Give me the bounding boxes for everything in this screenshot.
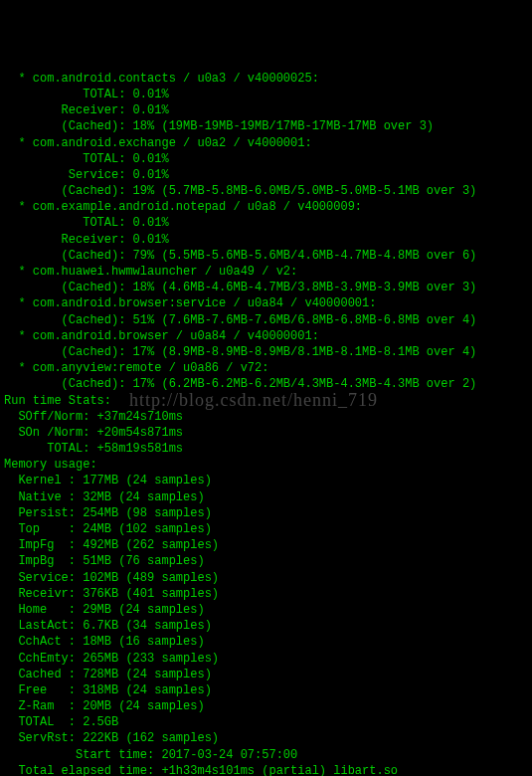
process-header: * com.android.exchange / u0a2 / v4000001… (4, 135, 528, 151)
memory-line: Persist: 254MB (98 samples) (4, 505, 528, 521)
process-stat-line: TOTAL: 0.01% (4, 87, 528, 102)
memory-line: ServRst: 222KB (162 samples) (4, 730, 528, 746)
terminal-output: * com.android.contacts / u0a3 / v4000002… (4, 71, 528, 776)
process-header: * com.example.android.notepad / u0a8 / v… (4, 199, 528, 215)
memory-line: Kernel : 177MB (24 samples) (4, 473, 528, 488)
process-header: * com.android.contacts / u0a3 / v4000002… (4, 71, 528, 87)
memory-line: Free : 318MB (24 samples) (4, 682, 528, 698)
process-stat-line: (Cached): 19% (5.7MB-5.8MB-6.0MB/5.0MB-5… (4, 183, 528, 199)
memory-line: ImpBg : 51MB (76 samples) (4, 553, 528, 569)
memory-line: CchAct : 18MB (16 samples) (4, 634, 528, 650)
memory-line: Receivr: 376KB (401 samples) (4, 586, 528, 602)
memory-line: Cached : 728MB (24 samples) (4, 667, 528, 682)
runtime-line: TOTAL: +58m19s581ms (4, 441, 528, 457)
process-stat-line: Service: 0.01% (4, 167, 528, 183)
process-header: * com.android.browser:service / u0a84 / … (4, 295, 528, 311)
memory-title: Memory usage: (4, 457, 528, 473)
process-stat-line: (Cached): 18% (19MB-19MB-19MB/17MB-17MB-… (4, 118, 528, 134)
process-stat-line: TOTAL: 0.01% (4, 151, 528, 167)
process-stat-line: (Cached): 17% (8.9MB-8.9MB-8.9MB/8.1MB-8… (4, 344, 528, 360)
runtime-line: SOn /Norm: +20m54s871ms (4, 425, 528, 441)
start-time-line: Start time: 2017-03-24 07:57:00 (4, 747, 528, 763)
memory-line: Top : 24MB (102 samples) (4, 521, 528, 537)
process-stat-line: Receiver: 0.01% (4, 102, 528, 118)
process-header: * com.android.browser / u0a84 / v4000000… (4, 328, 528, 344)
process-stat-line: (Cached): 79% (5.5MB-5.6MB-5.6MB/4.6MB-4… (4, 248, 528, 264)
runtime-title: Run time Stats: (4, 393, 528, 409)
memory-line: Service: 102MB (489 samples) (4, 570, 528, 586)
process-header: * com.huawei.hwmwlauncher / u0a49 / v2: (4, 264, 528, 280)
process-stat-line: TOTAL: 0.01% (4, 215, 528, 231)
memory-line: ImpFg : 492MB (262 samples) (4, 537, 528, 553)
process-stat-line: (Cached): 18% (4.6MB-4.6MB-4.7MB/3.8MB-3… (4, 280, 528, 295)
memory-line: LastAct: 6.7KB (34 samples) (4, 618, 528, 634)
memory-line: CchEmty: 265MB (233 samples) (4, 651, 528, 667)
process-stat-line: Receiver: 0.01% (4, 232, 528, 248)
process-stat-line: (Cached): 17% (6.2MB-6.2MB-6.2MB/4.3MB-4… (4, 376, 528, 392)
memory-line: Native : 32MB (24 samples) (4, 489, 528, 505)
process-header: * com.anyview:remote / u0a86 / v72: (4, 360, 528, 376)
elapsed-time-line: Total elapsed time: +1h33m4s101ms (parti… (4, 763, 528, 776)
memory-line: TOTAL : 2.5GB (4, 714, 528, 730)
process-stat-line: (Cached): 51% (7.6MB-7.6MB-7.6MB/6.8MB-6… (4, 312, 528, 328)
memory-line: Z-Ram : 20MB (24 samples) (4, 698, 528, 714)
memory-line: Home : 29MB (24 samples) (4, 602, 528, 618)
runtime-line: SOff/Norm: +37m24s710ms (4, 409, 528, 425)
